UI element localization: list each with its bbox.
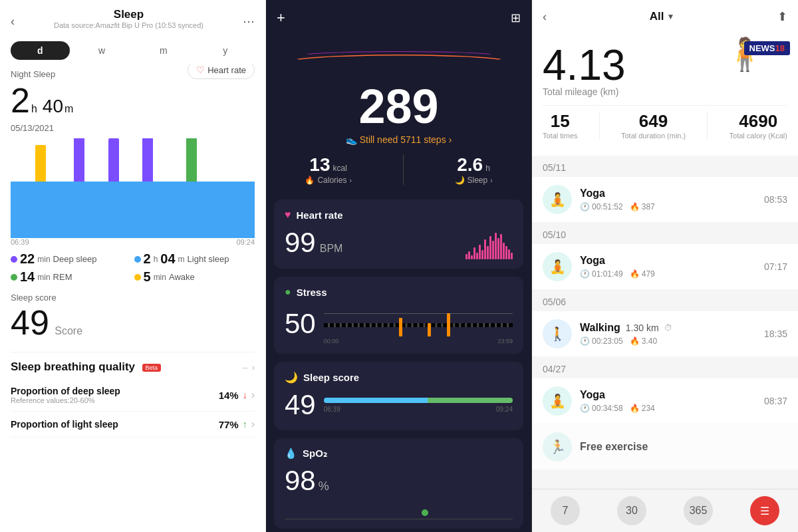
awake-dot	[134, 274, 141, 281]
tab-m[interactable]: m	[134, 41, 194, 60]
cal-label-0427: 🔥 234	[630, 404, 655, 413]
prop-deep-sleep: Proportion of deep sleep Reference value…	[11, 379, 255, 412]
cal-label-0510: 🔥 479	[630, 269, 655, 279]
spo2-card[interactable]: 💧 SpO₂ 98 %	[274, 438, 523, 529]
yoga-icon-0511: 🧘	[543, 185, 572, 214]
timer-icon-0506: ⏱	[664, 323, 672, 332]
breathing-right[interactable]: -- ›	[242, 362, 255, 372]
tab-w[interactable]: w	[72, 41, 132, 60]
deep-sleep-label: Deep sleep	[53, 254, 97, 264]
tab-30[interactable]: 30	[617, 496, 646, 525]
spo2-unit: %	[319, 479, 329, 493]
sleep-metric[interactable]: 2.6 h 🌙 Sleep ›	[455, 154, 493, 185]
light-sleep-val: 2	[144, 251, 151, 267]
sleep-score-card[interactable]: 🌙 Sleep score 49 06:39 09:24	[274, 362, 523, 430]
spo2-chart	[285, 499, 513, 519]
deep-sleep-dot	[11, 256, 17, 263]
exercise-back-icon[interactable]: ‹	[543, 10, 547, 24]
bpm-unit: BPM	[320, 243, 343, 255]
heart-rate-label: Heart rate	[207, 65, 246, 75]
rem-val: 14	[20, 269, 35, 285]
spo2-icon: 💧	[285, 448, 297, 460]
awake-val: 5	[144, 269, 151, 285]
exercise-name-0511: Yoga	[580, 188, 756, 200]
spo2-title: 💧 SpO₂	[285, 448, 513, 460]
prop-light-sleep: Proportion of light sleep 77% ↑ ›	[11, 412, 255, 438]
awake-unit: min	[154, 273, 166, 282]
walking-km: 1.30 km	[626, 323, 659, 333]
total-duration: 649 Total duration (min.)	[621, 111, 686, 140]
tab-7-label: 7	[563, 505, 569, 517]
sleep-datasource: Data source:Amazfit Bip U Pro (10:53 syn…	[15, 21, 243, 35]
tab-365[interactable]: 365	[684, 496, 713, 525]
heart-rate-button[interactable]: ♡ Heart rate	[188, 64, 255, 79]
fire-icon: 🔥	[305, 176, 315, 185]
chart-start: 06:39	[11, 238, 29, 246]
stress-title: ● Stress	[285, 286, 513, 298]
tab-d[interactable]: d	[11, 41, 70, 60]
dropdown-icon: ▼	[666, 12, 674, 21]
exercise-item-yoga-0511[interactable]: 🧘 Yoga 🕐 00:51:52 🔥 387 08:53	[532, 177, 798, 222]
rem-label: REM	[53, 272, 72, 282]
sleep-score-value: 49	[285, 389, 316, 421]
sleep-stats: 22 min Deep sleep 2 h 04 m Light sleep 1…	[11, 251, 255, 285]
exercise-panel: ‹ All ▼ ⬆ NEWS18 🧍 4.13 Total mileage (k…	[532, 0, 798, 532]
tab-y[interactable]: y	[196, 41, 255, 60]
news18-num: 18	[775, 43, 785, 53]
exercise-name-0506: Walking	[580, 322, 620, 334]
flame-icon-0511: 🔥	[630, 202, 640, 211]
sleep-score-section: Sleep score 49 Score	[11, 293, 255, 342]
tab-365-circle: 365	[684, 496, 713, 525]
tab-365-label: 365	[690, 505, 708, 517]
heart-chart	[342, 226, 513, 259]
prop1-val: 14%	[219, 390, 239, 401]
tab-bar: d w m y	[0, 37, 265, 64]
total-times: 15 Total times	[543, 111, 578, 140]
spo2-value: 98	[285, 465, 316, 497]
light-sleep-dot	[134, 256, 141, 263]
exercise-item-yoga-0427[interactable]: 🧘 Yoga 🕐 00:34:58 🔥 234 08:37	[532, 378, 798, 424]
exercise-stats-card: NEWS18 🧍 4.13 Total mileage (km) 15 Tota…	[532, 33, 798, 156]
exercise-details-0427: 🕐 00:34:58 🔥 234	[580, 404, 756, 413]
sleep-val: 2.6	[457, 154, 483, 176]
stress-end: 23:59	[497, 338, 513, 344]
exercise-name-0510: Yoga	[580, 255, 756, 267]
calories-metric[interactable]: 13 kcal 🔥 Calories ›	[305, 154, 351, 185]
stress-card[interactable]: ● Stress 50 00:00 23:59	[274, 277, 523, 354]
time-label-0511: 🕐 00:51:52	[580, 202, 623, 211]
deep-sleep-val: 22	[20, 251, 35, 267]
calory-label: Total calory (Kcal)	[730, 132, 787, 140]
prop1-right[interactable]: 14% ↓ ›	[219, 389, 255, 401]
stress-icon: ●	[285, 286, 291, 298]
sleep-label: 🌙 Sleep ›	[455, 176, 493, 185]
prop2-right[interactable]: 77% ↑ ›	[219, 418, 255, 430]
score-end: 09:24	[496, 406, 513, 413]
exercise-item-free[interactable]: 🏃 Free exercise	[532, 424, 798, 469]
sleep-chart	[11, 138, 255, 238]
free-name: Free exercise	[580, 441, 787, 453]
grid-button[interactable]: ⊞	[511, 11, 521, 25]
sleep-title: Sleep	[15, 8, 243, 21]
share-icon[interactable]: ⬆	[777, 9, 787, 24]
steps-chevron: ›	[449, 134, 452, 145]
prop1-arrow: ↓	[243, 390, 247, 400]
awake-label: Awake	[169, 272, 195, 282]
timestamp-0511: 08:53	[764, 194, 787, 205]
light-sleep-val2: 04	[160, 251, 175, 267]
exercise-header: ‹ All ▼ ⬆	[532, 0, 798, 33]
exercise-title-area[interactable]: All ▼	[650, 10, 675, 23]
tab-7[interactable]: 7	[551, 496, 580, 525]
sleep-score-times: 06:39 09:24	[324, 406, 513, 413]
stress-start: 00:00	[324, 338, 339, 344]
sleep-score-title: 🌙 Sleep score	[285, 371, 513, 384]
heart-rate-card[interactable]: ♥ Heart rate 99 BPM	[274, 200, 523, 269]
exercise-item-yoga-0510[interactable]: 🧘 Yoga 🕐 01:01:49 🔥 479 07:17	[532, 244, 798, 289]
tab-menu-circle: ☰	[750, 496, 779, 525]
walking-name-row: Walking 1.30 km ⏱	[580, 322, 756, 334]
free-icon: 🏃	[543, 432, 572, 462]
add-button[interactable]: +	[277, 9, 285, 27]
exercise-item-walking-0506[interactable]: 🚶 Walking 1.30 km ⏱ 🕐 00:23:05 🔥 3.40	[532, 311, 798, 356]
tab-menu[interactable]: ☰	[750, 496, 779, 525]
more-icon[interactable]: ⋯	[243, 14, 255, 29]
duration-label: Total duration (min.)	[621, 132, 686, 140]
